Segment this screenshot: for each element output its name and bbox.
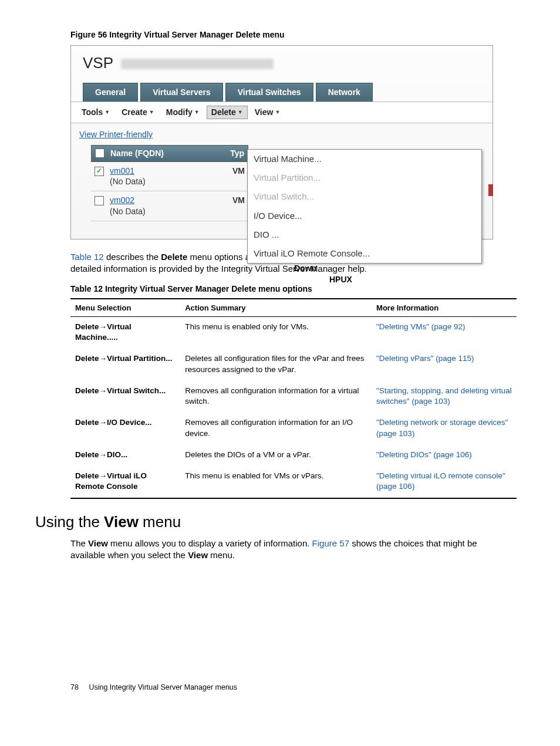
table-row: ✓ vm001 (No Data) VM [91,162,248,192]
delete-options-table: Menu Selection Action Summary More Infor… [70,298,517,499]
dropdown-item-virtual-machine[interactable]: Virtual Machine... [248,150,481,168]
select-all-checkbox[interactable] [95,148,104,158]
more-info-link[interactable]: "Deleting DIOs" (page 106) [376,450,472,459]
content-area: View Printer-friendly Name (FQDN) Typ ✓ … [71,123,492,239]
tab-network[interactable]: Network [316,83,373,102]
table-row: vm002 (No Data) VM [91,191,248,221]
more-info-link[interactable]: "Deleting VMs" (page 92) [376,322,465,331]
th-action-summary: Action Summary [180,299,372,317]
menu-modify[interactable]: Modify▼ [161,106,204,119]
window-title-bar: VSP [71,46,492,79]
row-tail-text: Down HPUX [294,263,352,285]
menu-selection-cell: Delete→Virtual Switch... [70,381,180,413]
action-summary-cell: This menu is enabled for VMs or vPars. [180,466,372,498]
menu-delete[interactable]: Delete▼ [207,106,248,119]
more-info-link[interactable]: "Deleting network or storage devices" (p… [376,418,508,437]
chevron-down-icon: ▼ [194,109,200,116]
page-number: 78 [70,683,79,691]
delete-dropdown: Virtual Machine... Virtual Partition... … [247,149,482,264]
right-edge-indicator [488,184,493,196]
row-checkbox[interactable] [95,196,104,205]
more-info-link[interactable]: "Deleting vPars" (page 115) [376,354,474,363]
dropdown-item-dio[interactable]: DIO ... [248,225,481,244]
action-summary-cell: Deletes the DIOs of a VM or a vPar. [180,445,372,466]
screenshot-panel: VSP General Virtual Servers Virtual Swit… [70,45,493,239]
vm-name-link[interactable]: vm001 [110,166,134,175]
menu-selection-cell: Delete→DIO... [70,445,180,466]
vm-no-data: (No Data) [110,177,146,186]
menu-view[interactable]: View▼ [250,106,285,119]
more-info-cell: "Starting, stopping, and deleting virtua… [372,381,517,413]
chevron-down-icon: ▼ [104,109,110,116]
tab-virtual-servers[interactable]: Virtual Servers [140,83,223,102]
menu-tools[interactable]: Tools▼ [77,106,114,119]
more-info-link[interactable]: "Starting, stopping, and deleting virtua… [376,386,512,406]
table-header-row: Name (FQDN) Typ [91,145,248,162]
action-summary-cell: This menu is enabled only for VMs. [180,317,372,349]
more-info-link[interactable]: "Deleting virtual iLO remote console" (p… [376,471,505,491]
more-info-cell: "Deleting DIOs" (page 106) [372,445,517,466]
dropdown-item-virtual-partition[interactable]: Virtual Partition... [248,168,481,187]
action-summary-cell: Deletes all configuration files for the … [180,349,372,380]
menu-create[interactable]: Create▼ [117,106,159,119]
th-more-info: More Information [372,299,517,317]
figure-caption: Figure 56 Integrity Virtual Server Manag… [70,29,525,40]
figure-57-link[interactable]: Figure 57 [312,538,349,548]
more-info-cell: "Deleting vPars" (page 115) [372,349,517,380]
footer-chapter: Using Integrity Virtual Server Manager m… [89,683,237,691]
chevron-down-icon: ▼ [238,109,243,116]
tab-virtual-switches[interactable]: Virtual Switches [225,83,313,102]
printer-friendly-link[interactable]: View Printer-friendly [79,130,153,139]
more-info-cell: "Deleting VMs" (page 92) [372,317,517,349]
chevron-down-icon: ▼ [275,109,280,116]
dropdown-item-virtual-switch[interactable]: Virtual Switch... [248,187,481,206]
menu-bar: Tools▼ Create▼ Modify▼ Delete▼ View▼ [71,102,492,123]
vm-type: VM [232,195,245,206]
chevron-down-icon: ▼ [149,109,154,116]
more-info-cell: "Deleting network or storage devices" (p… [372,413,517,444]
vm-name-link[interactable]: vm002 [110,195,134,205]
blurred-hostname [121,59,274,69]
menu-selection-cell: Delete→I/O Device... [70,413,180,444]
section-heading: Using the View menu [35,512,525,532]
th-menu-selection: Menu Selection [70,299,180,317]
vm-no-data: (No Data) [110,207,146,216]
dropdown-item-virtual-ilo[interactable]: Virtual iLO Remote Console... [248,244,481,263]
action-summary-cell: Removes all configuration information fo… [180,413,372,444]
col-name: Name (FQDN) [110,148,224,159]
dropdown-item-io-device[interactable]: I/O Device... [248,207,481,225]
menu-selection-cell: Delete→Virtual iLO Remote Console [70,466,180,498]
col-type: Typ [230,148,244,159]
vsp-title: VSP [83,54,113,72]
row-checkbox[interactable]: ✓ [95,167,104,176]
view-paragraph: The View menu allows you to display a va… [70,538,493,562]
page-footer: 78 Using Integrity Virtual Server Manage… [70,683,237,693]
vm-type: VM [232,166,245,177]
menu-selection-cell: Delete→Virtual Machine..... [70,317,180,349]
table-12-link[interactable]: Table 12 [70,252,104,262]
action-summary-cell: Removes all configuration information fo… [180,381,372,413]
tab-row: General Virtual Servers Virtual Switches… [71,83,492,102]
menu-selection-cell: Delete→Virtual Partition... [70,349,180,380]
more-info-cell: "Deleting virtual iLO remote console" (p… [372,466,517,498]
tab-general[interactable]: General [83,83,138,102]
